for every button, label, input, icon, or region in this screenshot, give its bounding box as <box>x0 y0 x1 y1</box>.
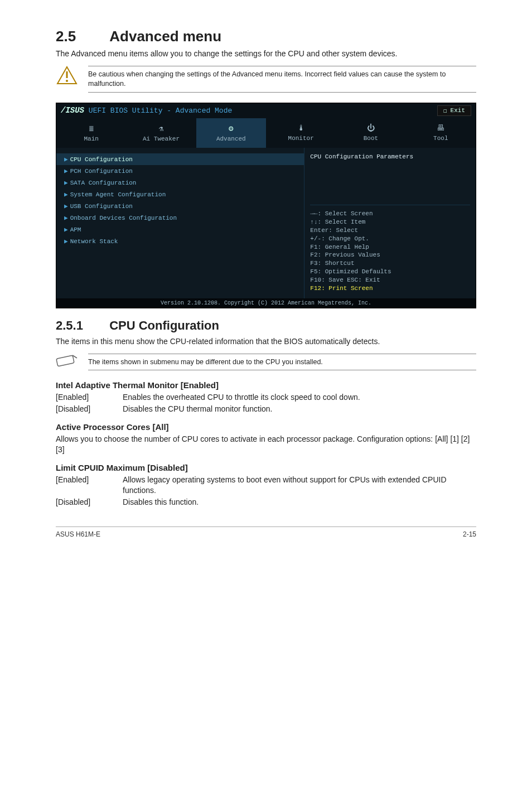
intro-text: The Advanced menu items allow you to cha… <box>56 49 476 59</box>
caution-icon <box>56 66 78 85</box>
chevron-right-icon: ▶ <box>64 191 68 198</box>
main-icon: ≣ <box>59 124 124 133</box>
bios-help-panel: CPU Configuration Parameters →←: Select … <box>304 148 476 298</box>
tab-label: Boot <box>364 135 378 142</box>
tab-label: Main <box>84 136 98 142</box>
section-name: Advanced menu <box>109 28 221 45</box>
note-text: The items shown in submenu may be differ… <box>88 354 476 371</box>
chevron-right-icon: ▶ <box>64 180 68 186</box>
option-row: [Enabled] Enables the overheated CPU to … <box>56 392 476 403</box>
footer-left: ASUS H61M-E <box>56 530 100 538</box>
tab-ai-tweaker[interactable]: ⚗ Ai Tweaker <box>126 118 196 148</box>
bios-titlebar: /ISUS UEFI BIOS Utility - Advanced Mode … <box>56 103 476 118</box>
bios-brand: /ISUS <box>61 106 84 115</box>
chevron-right-icon: ▶ <box>64 168 68 175</box>
menu-sata-configuration[interactable]: ▶SATA Configuration <box>56 177 304 189</box>
tab-monitor[interactable]: 🌡 Monitor <box>266 118 336 148</box>
setting-desc: Allows you to choose the number of CPU c… <box>56 434 476 455</box>
bios-key-help: →←: Select Screen ↑↓: Select Item Enter:… <box>310 205 470 292</box>
exit-icon: ☐ <box>443 107 447 114</box>
help-line: F10: Save ESC: Exit <box>310 276 470 284</box>
sub-intro-text: The items in this menu show the CPU-rela… <box>56 336 476 347</box>
help-line: →←: Select Screen <box>310 210 470 218</box>
subsection-name: CPU Configuration <box>109 318 219 332</box>
menu-apm[interactable]: ▶APM <box>56 224 304 235</box>
tab-main[interactable]: ≣ Main <box>56 118 126 148</box>
chevron-right-icon: ▶ <box>64 203 68 210</box>
help-line: +/-: Change Opt. <box>310 235 470 243</box>
bios-menu-list: ▶CPU Configuration ▶PCH Configuration ▶S… <box>56 148 304 298</box>
advanced-icon: ⚙ <box>199 124 264 133</box>
info-note: The items shown in submenu may be differ… <box>56 354 476 371</box>
tab-boot[interactable]: ⏻ Boot <box>336 118 405 148</box>
help-line: ↑↓: Select Item <box>310 218 470 226</box>
help-line: F3: Shortcut <box>310 259 470 268</box>
section-number: 2.5 <box>56 28 106 45</box>
option-row: [Disabled] Disables the CPU thermal moni… <box>56 404 476 414</box>
menu-usb-configuration[interactable]: ▶USB Configuration <box>56 200 304 212</box>
exit-label: Exit <box>451 107 465 114</box>
setting-title: Active Processor Cores [All] <box>56 422 476 432</box>
monitor-icon: 🌡 <box>268 124 333 133</box>
help-line: F1: General Help <box>310 243 470 252</box>
exit-button[interactable]: ☐ Exit <box>437 105 471 116</box>
note-icon <box>56 354 78 367</box>
option-value: Enables the overheated CPU to throttle i… <box>123 392 360 403</box>
bios-version-footer: Version 2.10.1208. Copyright (C) 2012 Am… <box>56 298 476 308</box>
tab-label: Monitor <box>288 135 314 142</box>
help-line-highlight: F12: Print Screen <box>310 284 470 293</box>
section-title: 2.5 Advanced menu <box>56 28 476 45</box>
caution-note: Be cautious when changing the settings o… <box>56 66 476 93</box>
tab-advanced[interactable]: ⚙ Advanced <box>196 118 266 148</box>
bios-title: /ISUS UEFI BIOS Utility - Advanced Mode <box>61 106 232 115</box>
chevron-right-icon: ▶ <box>64 238 68 245</box>
menu-cpu-configuration[interactable]: ▶CPU Configuration <box>56 153 304 165</box>
chevron-right-icon: ▶ <box>64 156 68 163</box>
setting-title: Intel Adaptive Thermal Monitor [Enabled] <box>56 380 476 390</box>
footer-right: 2-15 <box>463 530 476 538</box>
tweaker-icon: ⚗ <box>128 124 194 133</box>
tab-label: Tool <box>433 135 448 142</box>
subsection-title: 2.5.1 CPU Configuration <box>56 318 476 333</box>
boot-icon: ⏻ <box>338 124 403 133</box>
menu-network-stack[interactable]: ▶Network Stack <box>56 235 304 247</box>
help-line: Enter: Select <box>310 226 470 235</box>
setting-title: Limit CPUID Maximum [Disabled] <box>56 463 476 472</box>
help-line: F2: Previous Values <box>310 251 470 259</box>
chevron-right-icon: ▶ <box>64 215 68 221</box>
option-row: [Disabled] Disables this function. <box>56 497 476 508</box>
bios-tabs: ≣ Main ⚗ Ai Tweaker ⚙ Advanced 🌡 Monitor… <box>56 118 476 148</box>
tool-icon: 🖶 <box>408 124 473 133</box>
option-value: Allows legacy operating systems to boot … <box>123 475 476 496</box>
option-key: [Enabled] <box>56 392 123 403</box>
bios-title-rest: UEFI BIOS Utility - Advanced Mode <box>89 107 232 115</box>
menu-system-agent[interactable]: ▶System Agent Configuration <box>56 189 304 200</box>
bios-window: /ISUS UEFI BIOS Utility - Advanced Mode … <box>56 103 476 308</box>
menu-onboard-devices[interactable]: ▶Onboard Devices Configuration <box>56 212 304 224</box>
option-key: [Disabled] <box>56 404 123 414</box>
help-line: F5: Optimized Defaults <box>310 268 470 276</box>
caution-text: Be cautious when changing the settings o… <box>88 66 476 93</box>
svg-point-2 <box>66 80 68 82</box>
bios-help-title: CPU Configuration Parameters <box>310 153 470 160</box>
menu-pch-configuration[interactable]: ▶PCH Configuration <box>56 165 304 177</box>
option-row: [Enabled] Allows legacy operating system… <box>56 475 476 496</box>
page-footer: ASUS H61M-E 2-15 <box>56 526 476 538</box>
option-value: Disables this function. <box>123 497 199 508</box>
tab-label: Advanced <box>216 136 246 142</box>
tab-label: Ai Tweaker <box>143 136 180 142</box>
svg-rect-3 <box>56 355 74 366</box>
chevron-right-icon: ▶ <box>64 226 68 233</box>
tab-tool[interactable]: 🖶 Tool <box>406 118 476 148</box>
subsection-number: 2.5.1 <box>56 318 106 333</box>
option-key: [Disabled] <box>56 497 123 508</box>
option-key: [Enabled] <box>56 475 123 496</box>
option-value: Disables the CPU thermal monitor functio… <box>123 404 272 414</box>
